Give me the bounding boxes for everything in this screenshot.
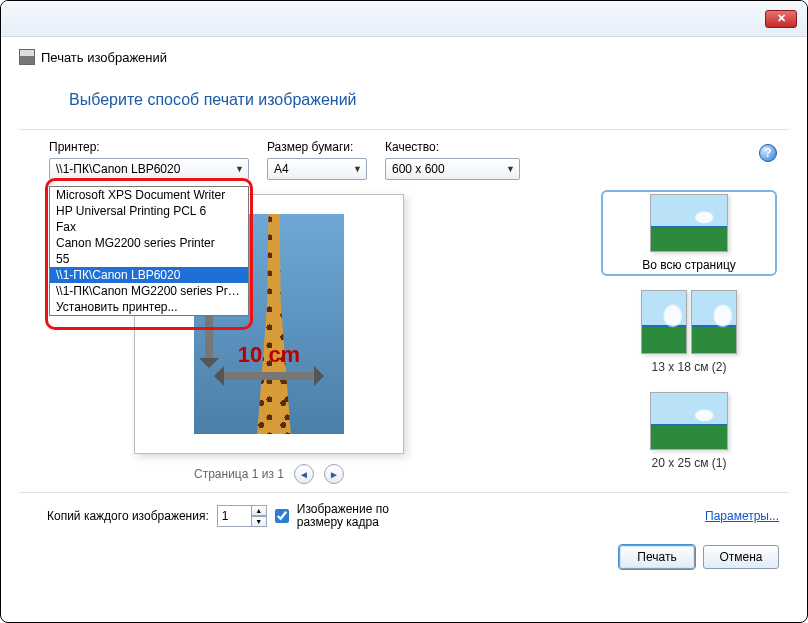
printer-option[interactable]: Microsoft XPS Document Writer (50, 187, 248, 203)
width-label: 10 cm (204, 342, 334, 368)
paper-label: Размер бумаги: (267, 140, 367, 154)
fit-frame-label: Изображение по размеру кадра (297, 503, 437, 529)
layout-option[interactable]: 13 x 18 см (2) (605, 290, 773, 374)
quality-label: Качество: (385, 140, 520, 154)
dialog-subtitle: Выберите способ печати изображений (1, 71, 807, 129)
layout-thumbnail (641, 290, 737, 354)
printer-select[interactable]: \\1-ПК\Canon LBP6020 ▼ (49, 158, 249, 180)
next-page-button[interactable]: ► (324, 464, 344, 484)
prev-page-button[interactable]: ◄ (294, 464, 314, 484)
printer-option[interactable]: Fax (50, 219, 248, 235)
giraffe-image (246, 214, 302, 434)
copies-input[interactable] (217, 505, 251, 527)
page-status: Страница 1 из 1 (194, 467, 284, 481)
controls-row: Принтер: \\1-ПК\Canon LBP6020 ▼ Размер б… (1, 130, 807, 186)
help-button[interactable]: ? (759, 144, 777, 162)
printer-label: Принтер: (49, 140, 249, 154)
close-icon: ✕ (777, 12, 786, 25)
header: Печать изображений (1, 37, 807, 71)
dialog-title: Печать изображений (41, 50, 167, 65)
printer-option[interactable]: 55 (50, 251, 248, 267)
options-row: Копий каждого изображения: ▲ ▼ Изображен… (19, 492, 789, 535)
parameters-link[interactable]: Параметры... (705, 509, 779, 523)
copies-up[interactable]: ▲ (251, 505, 267, 516)
layout-thumbnail (650, 392, 728, 450)
chevron-down-icon: ▼ (353, 164, 362, 174)
titlebar: ✕ (1, 1, 807, 37)
printer-option[interactable]: Установить принтер... (50, 299, 248, 315)
fit-frame-checkbox[interactable] (275, 509, 289, 523)
dialog-buttons: Печать Отмена (1, 535, 807, 583)
layout-option[interactable]: 20 x 25 см (1) (605, 392, 773, 470)
cancel-button[interactable]: Отмена (703, 545, 779, 569)
layout-thumbnail (650, 194, 728, 252)
layouts-list[interactable]: Во всю страницу13 x 18 см (2)20 x 25 см … (599, 190, 779, 486)
layout-option[interactable]: Во всю страницу (605, 194, 773, 272)
chevron-down-icon: ▼ (235, 164, 244, 174)
page-navigator: Страница 1 из 1 ◄ ► (194, 464, 344, 484)
paper-select[interactable]: A4 ▼ (267, 158, 367, 180)
printer-option[interactable]: Canon MG2200 series Printer (50, 235, 248, 251)
copies-down[interactable]: ▼ (251, 516, 267, 527)
printer-dropdown[interactable]: Microsoft XPS Document WriterHP Universa… (49, 186, 249, 316)
copies-label: Копий каждого изображения: (47, 509, 209, 523)
printer-option[interactable]: \\1-ПК\Canon MG2200 series Printer (50, 283, 248, 299)
printer-option[interactable]: HP Universal Printing PCL 6 (50, 203, 248, 219)
paper-selected-value: A4 (274, 162, 289, 176)
layout-caption: 13 x 18 см (2) (652, 360, 727, 374)
layout-caption: 20 x 25 см (1) (652, 456, 727, 470)
copies-stepper[interactable]: ▲ ▼ (217, 505, 267, 527)
print-dialog: ✕ Печать изображений Выберите способ печ… (0, 0, 808, 623)
quality-select[interactable]: 600 x 600 ▼ (385, 158, 520, 180)
quality-selected-value: 600 x 600 (392, 162, 445, 176)
print-button[interactable]: Печать (619, 545, 695, 569)
dimension-horizontal: 10 cm (204, 364, 334, 388)
chevron-down-icon: ▼ (506, 164, 515, 174)
printer-selected-value: \\1-ПК\Canon LBP6020 (56, 162, 180, 176)
layout-caption: Во всю страницу (642, 258, 736, 272)
printer-option[interactable]: \\1-ПК\Canon LBP6020 (50, 267, 248, 283)
printer-icon (19, 49, 35, 65)
close-button[interactable]: ✕ (765, 10, 797, 28)
